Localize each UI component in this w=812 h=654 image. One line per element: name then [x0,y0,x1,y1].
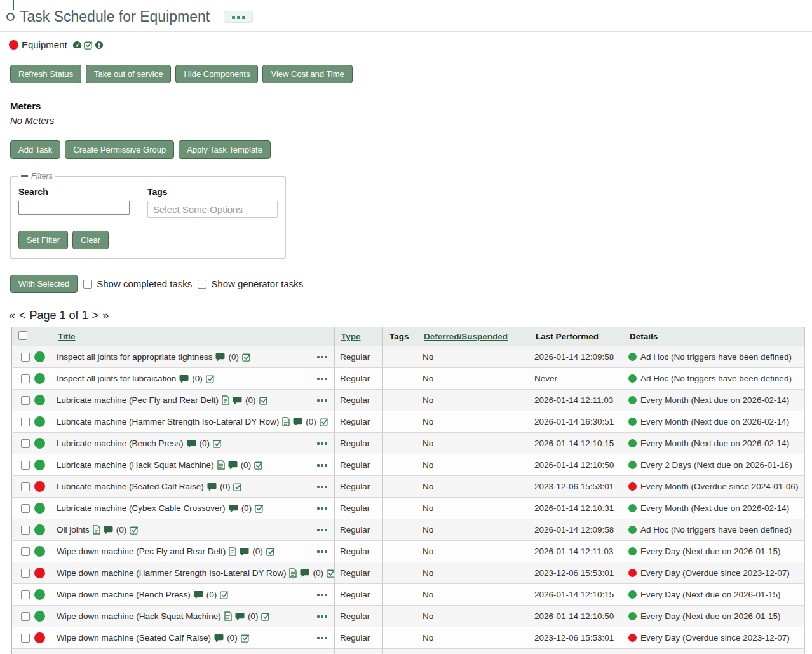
clear-button[interactable]: Clear [72,231,109,249]
row-checkbox[interactable] [21,612,30,621]
row-checkbox[interactable] [21,461,30,470]
row-checkbox[interactable] [21,418,30,426]
gauge-icon[interactable] [72,41,82,49]
detail-text: Every Day (Next due on 2026-01-15) [640,611,781,621]
sort-by-type[interactable]: Type [341,332,361,341]
apply-task-template-button[interactable]: Apply Task Template [179,140,271,159]
detail-status-dot [628,634,637,642]
row-checkbox[interactable] [21,526,30,535]
take-out-of-service-button[interactable]: Take out of service [86,65,171,83]
task-type: Regular [335,584,383,606]
add-task-button[interactable]: Add Task [10,140,60,159]
details-header: Details [623,327,805,346]
checked-box-icon [206,374,215,383]
comment-icon [240,547,249,556]
row-menu-button[interactable] [316,378,329,380]
comment-count: (0) [116,525,127,535]
row-menu-button[interactable] [316,442,329,445]
row-menu-button[interactable] [316,486,329,488]
task-tags [383,368,417,390]
alert-circle-icon[interactable] [95,41,104,50]
task-type: Regular [335,476,383,498]
row-checkbox[interactable] [21,396,30,405]
sort-by-deferred[interactable]: Deferred/Suspended [424,332,508,341]
checked-box-icon [259,396,268,405]
search-input[interactable] [18,201,130,215]
comment-icon [229,504,238,513]
row-checkbox[interactable] [21,569,30,578]
next-page-button[interactable]: > [92,309,99,322]
checked-box-icon [242,353,251,362]
row-checkbox[interactable] [21,504,30,513]
task-title[interactable]: Lubricate machine (Seated Calf Raise) [57,482,204,491]
task-status-dot [34,589,45,600]
task-last-performed: 2023-12-06 15:53:01 [529,476,623,498]
task-title[interactable]: Wipe down machine (Bench Press) [57,590,191,599]
view-cost-and-time-button[interactable]: View Cost and Time [262,65,352,83]
file-icon [229,547,236,556]
collapse-icon[interactable] [21,175,28,177]
task-title[interactable]: Lubricate machine (Bench Press) [57,439,184,448]
checked-box-icon[interactable] [84,41,93,50]
row-checkbox[interactable] [21,374,30,383]
task-title[interactable]: Wipe down machine (Hack Squat Machine) [57,611,221,621]
header-divider [0,31,812,32]
create-permissive-group-button[interactable]: Create Permissive Group [65,140,174,159]
row-checkbox[interactable] [21,353,30,362]
row-checkbox[interactable] [21,547,30,556]
task-title[interactable]: Inspect all joints for lubraication [57,374,176,383]
detail-status-dot [628,396,637,404]
table-header-row: Title Type Tags Deferred/Suspended Last … [12,327,805,346]
first-page-button[interactable]: « [9,309,15,322]
row-menu-button[interactable] [316,615,329,618]
row-checkbox[interactable] [21,634,30,643]
row-menu-button[interactable] [316,637,329,639]
row-checkbox[interactable] [21,590,30,599]
last-page-button[interactable]: » [102,309,109,322]
row-menu-button[interactable] [316,507,329,510]
row-checkbox[interactable] [21,482,30,491]
prev-page-button[interactable]: < [19,309,26,322]
comment-icon [207,482,217,491]
row-checkbox[interactable] [21,439,30,448]
task-tags [383,649,417,654]
task-title[interactable]: Wipe down machine (Seated Calf Raise) [57,633,211,643]
task-title[interactable]: Lubricate machine (Hack Squat Machine) [57,460,214,470]
select-all-checkbox[interactable] [18,331,27,340]
task-title[interactable]: Lubricate machine (Cybex Cable Crossover… [57,503,226,513]
task-title[interactable]: Lubricate machine (Hammer Strength Iso-L… [57,417,279,426]
row-menu-button[interactable] [316,464,329,467]
row-menu-button[interactable] [316,399,329,402]
task-deferred: No [417,498,529,519]
task-last-performed: Never [529,368,623,390]
row-menu-button[interactable] [316,529,329,531]
set-filter-button[interactable]: Set Filter [18,231,68,249]
row-menu-button[interactable] [316,356,329,358]
comment-count: (0) [227,633,238,643]
row-menu-button[interactable] [316,594,329,596]
task-title[interactable]: Oil joints [57,525,90,535]
show-completed-checkbox[interactable] [83,280,92,289]
row-menu-button[interactable] [316,550,329,553]
refresh-status-button[interactable]: Refresh Status [10,65,81,83]
task-title[interactable]: Lubricate machine (Pec Fly and Rear Delt… [57,395,219,405]
detail-text: Every Month (Next due on 2026-02-14) [640,395,789,405]
show-generator-checkbox[interactable] [198,280,206,289]
task-row: Oil joints(0)RegularNo2026-01-14 12:09:5… [12,519,805,541]
task-title[interactable]: Inspect all joints for appropriate tight… [57,352,212,362]
task-row: Lubricate machine (Cybex Cable Crossover… [12,498,805,519]
detail-status-dot [628,569,637,577]
task-title[interactable]: Wipe down machine (Hammer Strength Iso-L… [57,568,286,578]
comment-icon [215,353,225,362]
task-title[interactable]: Wipe down machine (Pec Fly and Rear Delt… [57,547,226,556]
detail-text: Every Day (Overdue since 2023-12-07) [640,568,790,578]
sort-by-title[interactable]: Title [58,332,76,341]
with-selected-button[interactable]: With Selected [10,275,78,293]
task-status-dot [34,460,45,470]
title-menu-button[interactable] [224,11,253,23]
hide-components-button[interactable]: Hide Components [175,65,258,83]
task-deferred: No [417,476,529,498]
task-deferred: No [417,649,529,654]
tags-input[interactable] [147,201,278,218]
task-deferred: No [417,562,529,584]
